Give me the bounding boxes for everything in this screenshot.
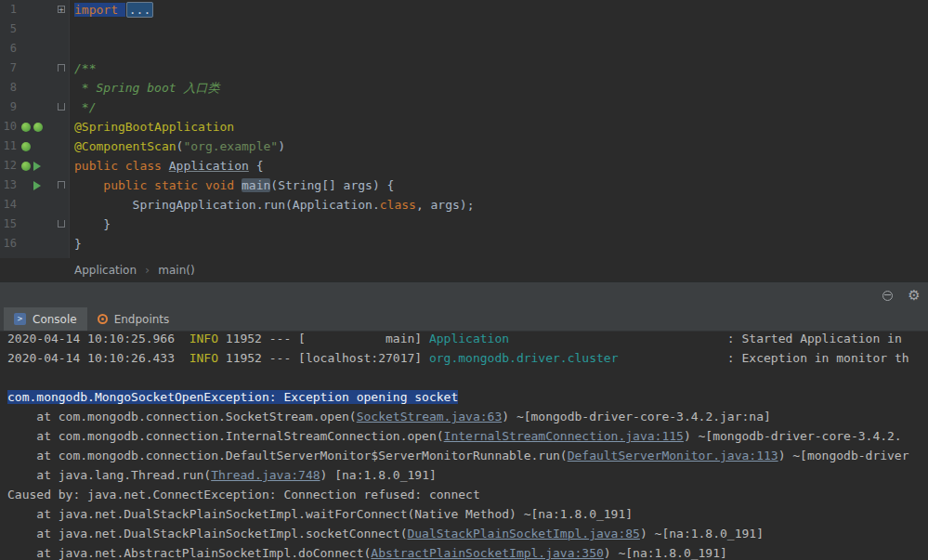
- fold-marker[interactable]: [58, 103, 65, 111]
- editor-line[interactable]: 6: [0, 39, 928, 59]
- editor-line[interactable]: 5: [0, 20, 928, 39]
- console-text: at java.net.DualStackPlainSocketImpl.soc…: [7, 527, 407, 540]
- line-number: 1: [0, 0, 17, 20]
- console-output[interactable]: 2020-04-14 10:10:25.966 INFO 11952 --- […: [0, 332, 928, 560]
- editor-gutter-cell: 1: [0, 0, 69, 20]
- tab-endpoints[interactable]: Endpoints: [87, 307, 180, 331]
- console-text: ) ~[mongodb-driver-core-3.4.2.: [684, 429, 902, 443]
- console-text: at com.mongodb.connection.InternalStream…: [7, 429, 444, 443]
- code-token: ...: [126, 2, 153, 18]
- stacktrace-link[interactable]: SocketStream.java:63: [357, 410, 503, 423]
- spring-bean-icon[interactable]: [21, 123, 31, 132]
- fold-marker[interactable]: [58, 181, 65, 189]
- stacktrace-link[interactable]: AbstractPlainSocketImpl.java:350: [371, 546, 603, 560]
- globe-icon[interactable]: [881, 289, 894, 302]
- tab-label: Endpoints: [114, 313, 170, 326]
- code-token: }: [74, 237, 82, 251]
- gear-icon[interactable]: ⚙: [908, 289, 921, 302]
- stacktrace-link[interactable]: DualStackPlainSocketImpl.java:85: [407, 527, 639, 540]
- editor-line[interactable]: 9 */: [0, 98, 928, 117]
- code-text[interactable]: @SpringBootApplication: [69, 117, 234, 137]
- console-text: ) ~[na:1.8.0_191]: [604, 546, 727, 560]
- editor-gutter-cell: 12: [0, 156, 69, 176]
- editor-gutter-cell: 10: [0, 117, 69, 137]
- console-text: 11952 --- [localhost:27017]: [218, 351, 429, 365]
- editor-line[interactable]: 10@SpringBootApplication: [0, 117, 928, 137]
- code-text[interactable]: [69, 39, 74, 59]
- tab-console[interactable]: > Console: [4, 307, 87, 331]
- code-text[interactable]: SpringApplication.run(Application.class,…: [69, 195, 475, 215]
- stacktrace-link[interactable]: Thread.java:748: [211, 468, 320, 482]
- stacktrace-link[interactable]: InternalStreamConnection.java:115: [444, 429, 684, 443]
- console-text: : Exception in monitor th: [618, 351, 908, 365]
- code-text[interactable]: [69, 20, 74, 39]
- console-line: at java.net.DualStackPlainSocketImpl.soc…: [7, 524, 928, 543]
- line-number: 6: [0, 39, 17, 59]
- breadcrumb-item-method[interactable]: main(): [158, 264, 194, 277]
- code-token: , args);: [416, 198, 475, 212]
- line-number: 11: [0, 137, 17, 156]
- console-text: Caused by: java.net.ConnectException: Co…: [7, 488, 480, 501]
- gutter-icons: [17, 123, 51, 132]
- gutter-icons: [17, 142, 51, 151]
- code-token: public static void: [103, 178, 242, 192]
- console-text: ) [na:1.8.0_191]: [320, 468, 437, 482]
- line-number: 16: [0, 234, 17, 254]
- console-line: Caused by: java.net.ConnectException: Co…: [7, 485, 928, 504]
- console-text: Application: [429, 332, 509, 345]
- line-number: 9: [0, 98, 17, 117]
- stacktrace-link[interactable]: DefaultServerMonitor.java:113: [568, 449, 778, 462]
- spring-bean-icon[interactable]: [33, 123, 43, 132]
- breadcrumb-item-class[interactable]: Application: [74, 264, 137, 277]
- spring-bean-icon[interactable]: [21, 142, 31, 151]
- console-text: com.mongodb.MongoSocketOpenException: Ex…: [7, 390, 458, 404]
- console-icon-mark: >: [18, 313, 22, 325]
- fold-marker[interactable]: [58, 220, 65, 228]
- editor-line[interactable]: 12public class Application {: [0, 156, 928, 176]
- line-number: 10: [0, 117, 17, 137]
- editor-line[interactable]: 16}: [0, 234, 928, 254]
- run-icon[interactable]: [33, 181, 41, 190]
- editor-gutter-cell: 8: [0, 78, 69, 98]
- console-text: org.mongodb.driver.cluster: [429, 351, 619, 365]
- code-text[interactable]: }: [69, 215, 111, 234]
- console-text: at com.mongodb.connection.SocketStream.o…: [7, 410, 357, 423]
- line-number: 12: [0, 156, 17, 176]
- console-toolbar: ⚙: [0, 281, 928, 308]
- code-token: @ComponentScan: [74, 139, 176, 153]
- code-token: */: [74, 100, 96, 114]
- run-icon[interactable]: [33, 162, 41, 171]
- code-text[interactable]: public class Application {: [69, 156, 264, 176]
- fold-marker[interactable]: [58, 64, 65, 72]
- code-text[interactable]: /**: [69, 59, 96, 78]
- editor-line[interactable]: 11@ComponentScan("org.example"): [0, 137, 928, 156]
- console-text: 2020-04-14 10:10:26.433: [7, 351, 190, 365]
- editor-line[interactable]: 15 }: [0, 215, 928, 234]
- console-line: com.mongodb.MongoSocketOpenException: Ex…: [7, 387, 928, 407]
- code-text[interactable]: }: [69, 234, 82, 254]
- console-text: ) ~[na:1.8.0_191]: [640, 527, 764, 540]
- console-text: INFO: [190, 351, 218, 365]
- editor-line[interactable]: 1import ...: [0, 0, 928, 20]
- line-number: 14: [0, 195, 17, 215]
- console-line: at com.mongodb.connection.SocketStream.o…: [7, 407, 928, 426]
- console-line: 2020-04-14 10:10:25.966 INFO 11952 --- […: [7, 332, 928, 348]
- editor-pane[interactable]: 1import ...567/**8 * Spring boot 入口类9 */…: [0, 0, 928, 258]
- code-text[interactable]: @ComponentScan("org.example"): [69, 137, 285, 156]
- code-text[interactable]: public static void main(String[] args) {: [69, 176, 394, 195]
- code-text[interactable]: import ...: [69, 0, 153, 20]
- line-number: 8: [0, 78, 17, 98]
- chevron-right-icon: ›: [145, 263, 150, 277]
- editor-lines: 1import ...567/**8 * Spring boot 入口类9 */…: [0, 0, 928, 254]
- spring-bean-icon[interactable]: [21, 162, 31, 171]
- editor-line[interactable]: 13 public static void main(String[] args…: [0, 176, 928, 195]
- fold-marker[interactable]: [58, 6, 65, 13]
- code-token: SpringApplication.run(Application.: [74, 198, 380, 212]
- code-text[interactable]: * Spring boot 入口类: [69, 78, 219, 98]
- console-text: : Started Application in: [509, 332, 902, 345]
- editor-line[interactable]: 8 * Spring boot 入口类: [0, 78, 928, 98]
- code-text[interactable]: */: [69, 98, 96, 117]
- editor-line[interactable]: 7/**: [0, 59, 928, 78]
- console-text: at com.mongodb.connection.DefaultServerM…: [7, 449, 568, 462]
- editor-line[interactable]: 14 SpringApplication.run(Application.cla…: [0, 195, 928, 215]
